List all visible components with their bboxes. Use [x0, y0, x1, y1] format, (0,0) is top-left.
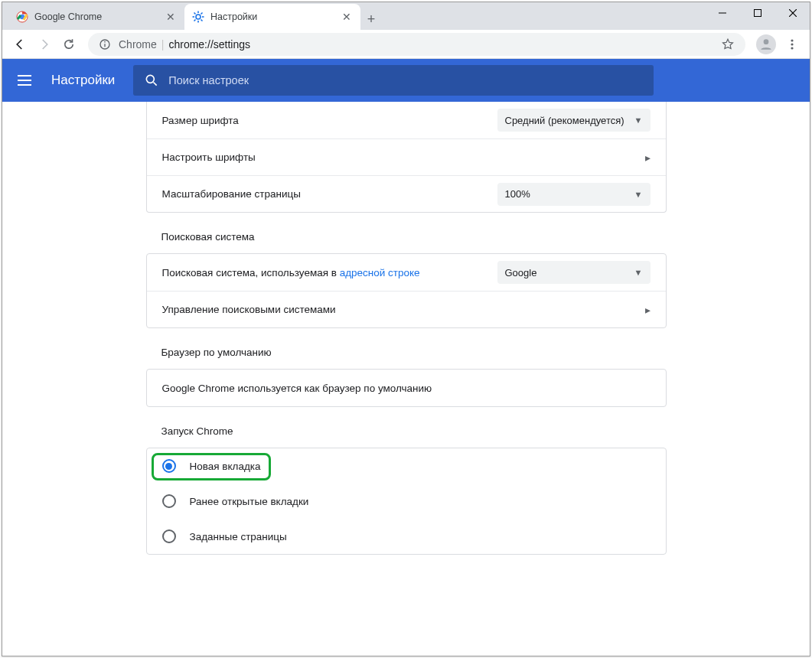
font-size-select[interactable]: Средний (рекомендуется) ▼: [497, 109, 651, 132]
chrome-icon: [16, 11, 28, 23]
maximize-button[interactable]: [740, 2, 775, 24]
omnibox-url: chrome://settings: [168, 38, 250, 50]
font-size-label: Размер шрифта: [162, 115, 497, 126]
svg-line-13: [201, 13, 203, 15]
page-title: Настройки: [51, 73, 115, 88]
startup-option-specific-pages[interactable]: Заданные страницы: [147, 519, 666, 554]
default-browser-status-row: Google Chrome используется как браузер п…: [147, 370, 666, 406]
hamburger-menu-button[interactable]: [18, 71, 36, 90]
close-button[interactable]: [775, 2, 810, 24]
page-zoom-row: Масштабирование страницы 100% ▼: [147, 175, 666, 212]
radio-icon[interactable]: [162, 529, 176, 543]
svg-line-23: [154, 83, 157, 86]
search-engine-row: Поисковая система, используемая в адресн…: [147, 254, 666, 291]
browser-toolbar: Chrome | chrome://settings: [2, 30, 810, 59]
svg-point-6: [196, 15, 201, 19]
svg-point-22: [147, 75, 155, 83]
startup-option-continue[interactable]: Ранее открытые вкладки: [147, 484, 666, 519]
close-tab-icon[interactable]: ✕: [341, 9, 353, 24]
browser-tab-settings[interactable]: Настройки ✕: [184, 4, 360, 30]
svg-point-20: [791, 43, 793, 45]
page-zoom-select[interactable]: 100% ▼: [497, 183, 651, 206]
startup-option-new-tab[interactable]: Новая вкладка: [147, 448, 666, 484]
close-tab-icon[interactable]: ✕: [165, 9, 177, 24]
back-button[interactable]: [8, 33, 31, 56]
site-info-icon[interactable]: [99, 38, 111, 50]
svg-point-21: [791, 47, 793, 49]
forward-button[interactable]: [33, 33, 56, 56]
browser-menu-button[interactable]: [781, 33, 804, 56]
minimize-button[interactable]: [705, 2, 740, 24]
search-icon: [144, 73, 159, 88]
tabstrip: Google Chrome ✕ Настройки ✕ +: [2, 2, 810, 30]
font-size-row: Размер шрифта Средний (рекомендуется) ▼: [147, 102, 666, 138]
profile-avatar[interactable]: [756, 34, 776, 54]
window-controls: [705, 2, 810, 24]
caret-down-icon: ▼: [634, 190, 643, 199]
search-engine-select[interactable]: Google ▼: [497, 261, 651, 284]
settings-scroll-area[interactable]: Размер шрифта Средний (рекомендуется) ▼ …: [2, 102, 810, 656]
chevron-right-icon: ▸: [645, 304, 651, 316]
svg-rect-1: [755, 10, 761, 17]
section-title-search-engine: Поисковая система: [146, 213, 667, 253]
caret-down-icon: ▼: [634, 268, 643, 277]
settings-search[interactable]: [133, 65, 654, 96]
browser-tab-google-chrome[interactable]: Google Chrome ✕: [8, 4, 184, 30]
radio-icon[interactable]: [162, 459, 176, 473]
svg-line-11: [194, 13, 196, 15]
section-title-on-startup: Запуск Chrome: [146, 407, 667, 448]
radio-icon[interactable]: [162, 494, 176, 508]
tab-title: Google Chrome: [34, 11, 102, 22]
svg-point-18: [764, 39, 769, 44]
settings-header: Настройки: [2, 59, 810, 102]
address-bar-link[interactable]: адресной строке: [340, 267, 420, 279]
reload-button[interactable]: [57, 33, 80, 56]
settings-search-input[interactable]: [168, 74, 643, 86]
omnibox-scheme: Chrome: [119, 38, 157, 50]
svg-line-14: [194, 20, 196, 21]
gear-icon: [192, 11, 204, 23]
tab-title: Настройки: [210, 11, 257, 22]
chevron-right-icon: ▸: [645, 151, 651, 164]
address-bar[interactable]: Chrome | chrome://settings: [88, 33, 745, 56]
section-title-default-browser: Браузер по умолчанию: [146, 328, 667, 369]
svg-point-19: [791, 39, 793, 41]
caret-down-icon: ▼: [634, 116, 643, 125]
bookmark-star-icon[interactable]: [721, 37, 735, 51]
new-tab-button[interactable]: +: [360, 8, 382, 30]
svg-line-12: [201, 20, 203, 21]
customize-fonts-row[interactable]: Настроить шрифты ▸: [147, 138, 666, 175]
manage-search-engines-row[interactable]: Управление поисковыми системами ▸: [147, 291, 666, 327]
